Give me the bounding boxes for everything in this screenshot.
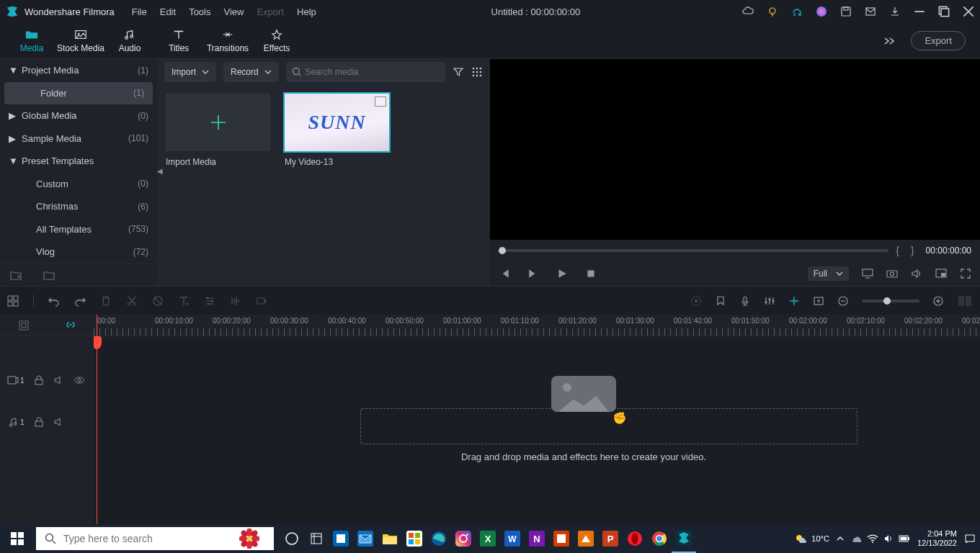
cortana-icon[interactable] (304, 524, 329, 553)
sidebar-item-all-templates[interactable]: All Templates(753) (0, 218, 157, 241)
tab-transitions[interactable]: Transitions (203, 23, 252, 59)
task-view-icon[interactable] (280, 524, 304, 553)
wifi-icon[interactable] (867, 534, 878, 543)
lock-icon[interactable] (33, 374, 45, 386)
sidebar-item-custom[interactable]: Custom(0) (0, 173, 157, 196)
timeline-tracks[interactable]: 00:0000:00:10:0000:00:20:0000:00:30:0000… (94, 315, 980, 524)
sidebar-item-project-media[interactable]: ▼Project Media(1) (0, 59, 157, 82)
import-dropdown[interactable]: Import (164, 62, 216, 82)
cloud-icon[interactable] (742, 6, 754, 17)
avatar-icon[interactable] (816, 6, 827, 17)
maximize-button[interactable] (938, 6, 950, 17)
timeline-snapshot-icon[interactable] (18, 320, 30, 331)
redo-button[interactable] (74, 295, 86, 307)
start-button[interactable] (0, 524, 35, 553)
tab-audio[interactable]: Audio (105, 23, 154, 59)
add-marker-button[interactable] (813, 295, 824, 307)
download-icon[interactable] (889, 6, 901, 17)
playhead[interactable] (97, 315, 97, 524)
new-folder-icon[interactable] (10, 269, 22, 281)
taskbar-filmora[interactable] (672, 524, 696, 553)
sidebar-item-preset-templates[interactable]: ▼Preset Templates (0, 150, 157, 173)
zoom-fit-button[interactable] (957, 295, 973, 307)
menu-file[interactable]: File (132, 6, 147, 17)
link-tracks-icon[interactable] (65, 320, 76, 331)
timeline-dropzone[interactable]: ✊ Drag and drop media and effects here t… (202, 376, 966, 455)
taskbar-clock[interactable]: 2:04 PM 12/13/2022 (917, 529, 957, 548)
filter-icon[interactable] (453, 66, 464, 78)
mail-icon[interactable] (865, 6, 876, 17)
video-track-icon[interactable] (7, 374, 19, 386)
taskbar-app-red[interactable] (549, 524, 574, 553)
fullscreen-icon[interactable] (960, 268, 971, 279)
tab-media[interactable]: Media (7, 23, 56, 59)
taskbar-powerpoint[interactable]: P (598, 524, 623, 553)
weather-widget[interactable]: 10°C (794, 531, 829, 546)
save-icon[interactable] (840, 6, 852, 17)
menu-view[interactable]: View (223, 6, 244, 17)
bulb-icon[interactable] (767, 6, 778, 17)
grid-view-icon[interactable] (471, 66, 483, 78)
export-button[interactable]: Export (911, 31, 966, 50)
taskbar-onenote[interactable]: N (525, 524, 549, 553)
timeline-ruler[interactable]: 00:0000:00:10:0000:00:20:0000:00:30:0000… (94, 315, 980, 336)
quality-dropdown[interactable]: Full (808, 266, 849, 281)
sidebar-item-folder[interactable]: Folder(1) (4, 82, 153, 105)
stop-button[interactable] (585, 268, 597, 279)
audio-mixer-button[interactable] (764, 295, 775, 307)
sidebar-item-global-media[interactable]: ▶Global Media(0) (0, 104, 157, 127)
lock-icon[interactable] (33, 416, 45, 428)
sidebar-item-christmas[interactable]: Christmas(6) (0, 195, 157, 218)
play-button[interactable] (556, 268, 568, 279)
notifications-icon[interactable] (964, 533, 976, 544)
zoom-out-button[interactable] (837, 295, 849, 307)
mute-icon[interactable] (53, 374, 65, 386)
menu-edit[interactable]: Edit (160, 6, 176, 17)
layout-icon[interactable] (7, 295, 19, 307)
zoom-in-button[interactable] (932, 295, 944, 307)
zoom-slider[interactable] (862, 300, 919, 302)
sound-icon[interactable] (884, 534, 893, 544)
prev-frame-button[interactable] (499, 268, 510, 279)
pip-icon[interactable] (935, 268, 947, 279)
mute-icon[interactable] (53, 416, 65, 428)
tab-stock-media[interactable]: Stock Media (56, 23, 105, 59)
volume-icon[interactable] (911, 268, 922, 279)
snap-button[interactable] (788, 295, 800, 307)
eye-icon[interactable] (74, 374, 85, 386)
taskbar-explorer[interactable] (378, 524, 402, 553)
taskbar-chrome[interactable] (647, 524, 672, 553)
battery-icon[interactable] (899, 534, 910, 543)
headphones-icon[interactable] (791, 6, 803, 17)
onedrive-icon[interactable] (851, 534, 861, 544)
taskbar-app-orange[interactable] (574, 524, 598, 553)
more-tabs-button[interactable] (882, 36, 896, 46)
render-button[interactable] (690, 295, 702, 307)
media-clip-cell[interactable]: SUNN My Video-13 (285, 94, 389, 167)
taskbar-store[interactable] (402, 524, 427, 553)
close-button[interactable] (963, 6, 974, 17)
collapse-panel-button[interactable]: ◀ (157, 167, 163, 175)
sidebar-item-vlog[interactable]: Vlog(72) (0, 240, 157, 264)
tray-expand-icon[interactable] (837, 535, 844, 542)
snapshot-icon[interactable] (886, 268, 898, 279)
tab-effects[interactable]: Effects (252, 23, 301, 59)
audio-track-icon[interactable] (7, 416, 19, 428)
record-dropdown[interactable]: Record (223, 62, 279, 82)
taskbar-instagram[interactable] (451, 524, 476, 553)
taskbar-opera[interactable] (623, 524, 647, 553)
taskbar-word[interactable]: W (500, 524, 525, 553)
taskbar-search[interactable] (36, 527, 274, 550)
tab-titles[interactable]: Titles (154, 23, 203, 59)
import-media-cell[interactable]: Import Media (166, 94, 270, 167)
taskbar-excel[interactable]: X (476, 524, 500, 553)
display-icon[interactable] (862, 268, 873, 279)
voiceover-button[interactable] (739, 295, 751, 307)
preview-scrubber[interactable] (499, 249, 888, 252)
minimize-button[interactable] (914, 6, 925, 17)
next-frame-button[interactable] (527, 268, 539, 279)
search-media-input[interactable] (286, 62, 445, 82)
taskbar-mail[interactable] (353, 524, 378, 553)
menu-help[interactable]: Help (297, 6, 316, 17)
folder-icon[interactable] (43, 269, 55, 281)
